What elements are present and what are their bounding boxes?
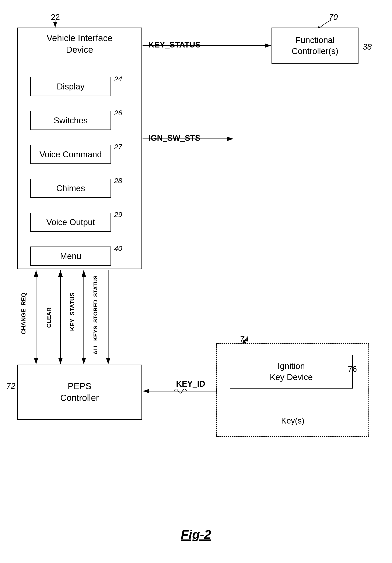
chimes-box: Chimes <box>30 179 111 198</box>
fc-title: Functional Controller(s) <box>292 35 338 57</box>
display-label: Display <box>57 82 84 91</box>
all-keys-signal: ALL_KEYS_STORED_STATUS <box>92 276 99 355</box>
peps-title: PEPS Controller <box>60 381 99 404</box>
ignition-key-outer-box: Ignition Key Device Key(s) <box>216 343 369 437</box>
chimes-label: Chimes <box>56 184 85 193</box>
ref-74: 74 <box>240 335 248 344</box>
ref-40: 40 <box>114 244 122 253</box>
ref-27: 27 <box>114 143 122 151</box>
ref-28: 28 <box>114 177 122 185</box>
key-status-signal: KEY_STATUS <box>148 40 201 49</box>
key-id-signal: KEY_ID <box>176 379 205 389</box>
voice-output-label: Voice Output <box>46 218 95 227</box>
ign-sw-sts-signal: IGN_SW_STS <box>148 134 200 143</box>
clear-signal: CLEAR <box>46 307 52 328</box>
ignition-key-box: Ignition Key Device <box>230 355 353 389</box>
voice-output-box: Voice Output <box>30 213 111 232</box>
menu-label: Menu <box>60 251 81 261</box>
display-box: Display <box>30 77 111 96</box>
keys-label: Key(s) <box>217 416 368 425</box>
menu-box: Menu <box>30 246 111 266</box>
ignition-key-title: Ignition Key Device <box>270 360 313 383</box>
ref-24: 24 <box>114 75 122 83</box>
diagram: 22 Vehicle Interface Device Display 24 S… <box>0 0 392 563</box>
ref-76: 76 <box>348 365 357 374</box>
voice-command-label: Voice Command <box>39 150 102 159</box>
change-req-signal: CHANGE_REQ <box>20 293 27 334</box>
switches-label: Switches <box>54 116 88 125</box>
ref-72: 72 <box>6 382 15 391</box>
vid-box: Vehicle Interface Device Display 24 Swit… <box>17 27 142 269</box>
ref-70: 70 <box>329 13 338 22</box>
vid-title: Vehicle Interface Device <box>18 32 142 55</box>
ref-29: 29 <box>114 210 122 219</box>
ref-22: 22 <box>51 13 60 22</box>
ref-26: 26 <box>114 109 122 117</box>
key-status-v-signal: KEY_STATUS <box>69 293 76 331</box>
peps-box: PEPS Controller <box>17 365 142 420</box>
fc-box: Functional Controller(s) <box>272 27 358 64</box>
figure-label: Fig-2 <box>181 527 211 542</box>
ref-38: 38 <box>363 42 372 51</box>
switches-box: Switches <box>30 111 111 130</box>
voice-command-box: Voice Command <box>30 145 111 164</box>
